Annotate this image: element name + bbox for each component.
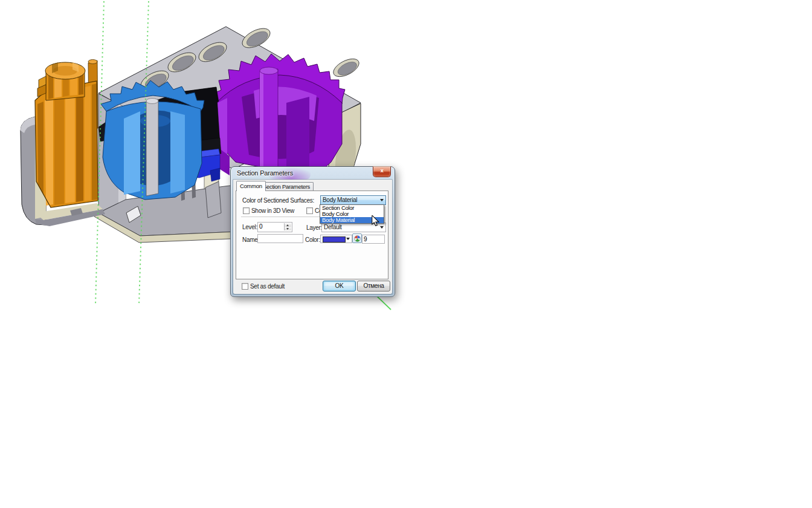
- spinner-down-icon[interactable]: [285, 227, 291, 230]
- color-number-input[interactable]: [362, 235, 385, 244]
- color-swatch: [323, 236, 346, 243]
- sectioned-surfaces-combobox[interactable]: Body Material: [320, 195, 386, 205]
- level-spinner: [284, 223, 291, 230]
- level-field: [257, 222, 292, 232]
- close-icon: x: [381, 168, 384, 174]
- level-label: Level:: [242, 224, 257, 230]
- combobox-value: Body Material: [323, 197, 357, 203]
- color-swatch-combobox[interactable]: [320, 235, 352, 243]
- close-button[interactable]: x: [373, 166, 391, 177]
- material-color-icon: [354, 235, 361, 242]
- show-in-3d-checkbox[interactable]: [243, 207, 250, 214]
- set-as-default-checkbox[interactable]: [242, 283, 248, 290]
- tab-label: Section Parameters: [263, 183, 310, 190]
- chevron-down-icon: [380, 199, 384, 201]
- layer-label: Layer:: [306, 224, 322, 231]
- chevron-down-icon: [380, 226, 384, 229]
- 3d-model-viewport[interactable]: [0, 0, 812, 508]
- blue-gear: [101, 80, 204, 200]
- housing-hole: [330, 55, 361, 80]
- set-as-default-label: Set as default: [250, 283, 285, 290]
- tab-label: Common: [240, 183, 262, 189]
- tab-section-parameters[interactable]: Section Parameters: [259, 182, 314, 191]
- section-parameters-dialog: Section Parameters x Common Section Para…: [230, 166, 395, 297]
- combobox-value: Default: [324, 224, 342, 230]
- chevron-down-icon: [346, 238, 350, 240]
- name-input[interactable]: [257, 234, 303, 243]
- color-label: Color:: [305, 236, 320, 243]
- dialog-title: Section Parameters: [237, 169, 293, 177]
- sectioned-surfaces-label: Color of Sectioned Surfaces:: [242, 197, 314, 204]
- level-input[interactable]: [258, 223, 285, 230]
- show-in-3d-label: Show in 3D View: [251, 207, 294, 214]
- cancel-button[interactable]: Отмена: [357, 281, 390, 291]
- desktop: Section Parameters x Common Section Para…: [0, 0, 812, 508]
- ok-button[interactable]: OK: [323, 281, 356, 291]
- truncated-checkbox[interactable]: [306, 207, 313, 214]
- mouse-cursor-icon: [372, 215, 380, 229]
- tab-common[interactable]: Common: [236, 181, 266, 191]
- material-color-button[interactable]: [352, 233, 362, 243]
- name-label: Name:: [242, 236, 259, 243]
- dialog-client-area: Common Section Parameters Color of Secti…: [233, 180, 392, 294]
- orange-shaft: [35, 60, 98, 208]
